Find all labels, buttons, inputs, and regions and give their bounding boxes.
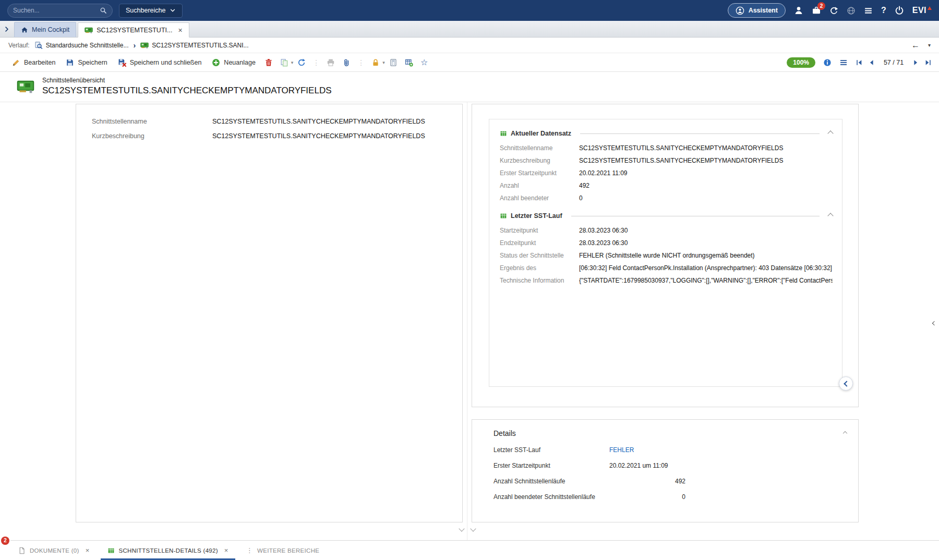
search-icon[interactable]: [100, 7, 107, 14]
tabs-overflow-icon[interactable]: [3, 26, 10, 33]
section-title: Aktueller Datensatz: [511, 130, 571, 137]
pencil-icon: [12, 58, 20, 67]
lock-button[interactable]: [368, 56, 383, 69]
field-value: SC12SYSTEMTESTUTILS.SANITYCHECKEMPTYMAND…: [579, 157, 833, 164]
summary-card: Aktueller Datensatz Schnittstellenname S…: [489, 119, 842, 387]
edit-button[interactable]: Bearbeiten: [7, 56, 60, 69]
first-record-icon[interactable]: [856, 59, 863, 66]
redo-icon[interactable]: [829, 6, 838, 15]
field-label: Schnittstellenname: [500, 144, 579, 152]
close-icon[interactable]: ×: [224, 547, 228, 554]
close-icon[interactable]: ×: [86, 547, 90, 554]
field-value: [06:30:32] Feld ContactPersonPk.Installa…: [579, 264, 833, 272]
scroll-down-icon[interactable]: [459, 526, 464, 531]
collapse-section-icon[interactable]: [827, 130, 833, 136]
search-doc-icon: [34, 41, 43, 50]
last-run-status-link[interactable]: FEHLER: [609, 446, 685, 454]
save-close-button[interactable]: Speichern und schließen: [113, 56, 207, 69]
page-title: SC12SYSTEMTESTUTILS.SANITYCHECKEMPTYMAND…: [42, 86, 332, 96]
toolbar-separator-dots: ⋮: [355, 58, 367, 67]
collapse-section-icon[interactable]: [827, 213, 833, 218]
list-icon[interactable]: [864, 6, 873, 15]
global-search[interactable]: [7, 4, 113, 18]
history-nav: ← ▾: [911, 41, 931, 50]
table-plus-icon: [405, 58, 413, 67]
bottom-tab-weitere-bereiche[interactable]: ⋮ WEITERE BEREICHE: [239, 541, 327, 560]
field-label: Ergebnis des: [500, 264, 579, 272]
bottom-tab-label: SCHNITTSTELLEN-DETAILS (492): [119, 547, 218, 554]
app-window: Suchbereiche Assistent 2 ? EVI: [0, 0, 939, 560]
page-header: Schnittstellenübersicht SC12SYSTEMTESTUT…: [0, 72, 939, 102]
save-button[interactable]: Speichern: [61, 56, 112, 69]
briefcase-icon[interactable]: 2: [812, 6, 821, 15]
breadcrumb-item-record[interactable]: SC12SYSTEMTESTUTILS.SANI...: [140, 41, 248, 50]
field-label: Erster Startzeitpunkt: [500, 169, 579, 177]
search-areas-button[interactable]: Suchbereiche: [119, 4, 183, 18]
info-icon[interactable]: [823, 58, 832, 67]
section-fields: Startzeitpunkt 28.03.2023 06:30 Endzeitp…: [500, 226, 833, 293]
trash-icon: [264, 58, 273, 67]
assistant-button[interactable]: Assistent: [728, 3, 786, 18]
scroll-hints: [460, 527, 475, 531]
details-panel: Details Letzter SST-Lauf FEHLER Erster S…: [472, 419, 859, 522]
panel-divider: [467, 102, 467, 540]
printer-icon: [327, 58, 335, 67]
notification-badge: 2: [817, 2, 825, 10]
tab-mein-cockpit[interactable]: Mein Cockpit: [14, 22, 76, 37]
previous-record-icon[interactable]: [868, 59, 875, 66]
section-fields: Schnittstellenname SC12SYSTEMTESTUTILS.S…: [500, 143, 833, 210]
attachment-button[interactable]: [339, 56, 354, 69]
session-globe-icon[interactable]: [847, 6, 856, 15]
assistant-icon: [736, 6, 744, 15]
toolbar-right: 100% 57 / 71: [787, 57, 932, 68]
help-icon[interactable]: ?: [881, 6, 886, 15]
zoom-badge[interactable]: 100%: [787, 57, 815, 68]
search-input[interactable]: [13, 7, 97, 14]
interface-card-icon: [16, 78, 35, 95]
bottom-tab-label: WEITERE BEREICHE: [257, 547, 319, 554]
table-green-icon: [107, 547, 115, 554]
scroll-down-icon[interactable]: [470, 526, 476, 531]
breadcrumb-item-search[interactable]: Standardsuche Schnittstelle...: [34, 41, 129, 50]
history-back-icon[interactable]: ←: [911, 41, 920, 50]
next-record-icon[interactable]: [912, 59, 919, 66]
bottom-tab-schnittstellen-details[interactable]: SCHNITTSTELLEN-DETAILS (492) ×: [101, 541, 235, 560]
favorite-button[interactable]: ☆: [417, 55, 431, 70]
lock-dropdown-icon[interactable]: ▾: [382, 60, 385, 65]
field-value: 20.02.2021 11:09: [579, 169, 833, 177]
field-label: Anzahl Schnittstellenläufe: [493, 478, 609, 485]
menu-icon[interactable]: [839, 58, 848, 67]
close-icon[interactable]: ×: [178, 27, 182, 34]
copy-button[interactable]: [277, 56, 292, 69]
delete-button[interactable]: [261, 56, 276, 69]
print-button[interactable]: [323, 56, 338, 69]
field-label: Endzeitpunkt: [500, 239, 579, 247]
field-value: 20.02.2021 um 11:09: [609, 462, 685, 469]
report-button[interactable]: [386, 56, 401, 69]
bottom-tab-dokumente[interactable]: DOKUMENTE (0) ×: [11, 541, 97, 560]
field-value: 492: [579, 182, 833, 189]
sidebar-expander-icon[interactable]: [933, 319, 936, 326]
save-icon: [66, 58, 74, 67]
assistant-label: Assistent: [749, 7, 778, 14]
chevron-down-icon: [170, 7, 176, 14]
add-to-table-button[interactable]: [402, 56, 416, 69]
history-dropdown-icon[interactable]: ▾: [928, 42, 931, 48]
power-icon[interactable]: [895, 6, 904, 15]
toolbar-separator-dots: ⋮: [310, 58, 322, 67]
refresh-button[interactable]: [294, 56, 309, 69]
last-record-icon[interactable]: [924, 59, 932, 66]
collapse-panel-button[interactable]: [839, 376, 853, 391]
tab-record[interactable]: SC12SYSTEMTESTUTI... ×: [78, 22, 189, 38]
star-icon: ☆: [420, 57, 428, 67]
table-green-icon: [500, 130, 507, 137]
corner-notification-badge: 2: [1, 537, 9, 545]
user-icon[interactable]: [794, 6, 803, 15]
interface-form-panel: Schnittstellenname SC12SYSTEMTESTUTILS.S…: [76, 104, 463, 522]
new-record-button[interactable]: Neuanlage: [207, 56, 260, 69]
save-label: Speichern: [78, 59, 107, 66]
collapse-details-icon[interactable]: [844, 432, 847, 435]
document-tabs: Mein Cockpit SC12SYSTEMTESTUTI... ×: [0, 21, 939, 38]
bottom-tab-bar: 2 DOKUMENTE (0) × SCHNITTSTELLEN-DETAILS…: [0, 540, 939, 560]
field-value: SC12SYSTEMTESTUTILS.SANITYCHECKEMPTYMAND…: [212, 132, 452, 140]
